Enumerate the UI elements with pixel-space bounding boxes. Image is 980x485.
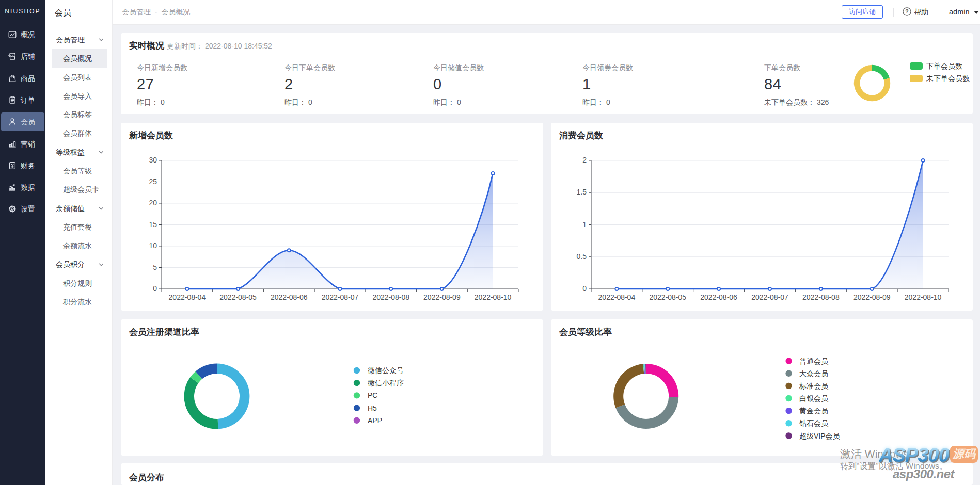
svg-text:2022-08-04: 2022-08-04 [598, 293, 636, 301]
svg-text:2022-08-04: 2022-08-04 [169, 293, 206, 301]
svg-text:普通会员: 普通会员 [799, 357, 829, 365]
svg-text:0.5: 0.5 [577, 252, 587, 261]
svg-text:1.5: 1.5 [577, 188, 587, 196]
svg-text:10: 10 [149, 241, 157, 250]
svg-text:2022-08-10: 2022-08-10 [475, 293, 512, 301]
svg-text:白银会员: 白银会员 [799, 394, 829, 402]
svg-text:2022-08-05: 2022-08-05 [649, 293, 686, 301]
svg-text:30: 30 [149, 156, 157, 164]
svg-text:2022-08-07: 2022-08-07 [751, 293, 788, 301]
svg-text:2: 2 [582, 156, 587, 164]
svg-text:H5: H5 [368, 404, 377, 412]
svg-text:PC: PC [368, 391, 377, 399]
svg-text:1: 1 [582, 220, 587, 229]
svg-text:0: 0 [153, 284, 157, 293]
svg-text:5: 5 [153, 263, 157, 271]
svg-text:微信公众号: 微信公众号 [368, 366, 404, 375]
svg-text:2022-08-07: 2022-08-07 [322, 293, 359, 301]
svg-text:超级VIP会员: 超级VIP会员 [799, 432, 841, 440]
svg-text:钻石会员: 钻石会员 [799, 419, 829, 427]
svg-text:黄金会员: 黄金会员 [799, 407, 829, 415]
svg-text:APP: APP [368, 416, 382, 425]
svg-text:25: 25 [149, 177, 157, 186]
svg-text:2022-08-09: 2022-08-09 [853, 293, 891, 301]
svg-text:2022-08-06: 2022-08-06 [700, 293, 737, 301]
svg-text:大众会员: 大众会员 [799, 369, 829, 378]
svg-text:?: ? [905, 8, 908, 14]
svg-text:2022-08-06: 2022-08-06 [271, 293, 308, 301]
svg-text:2022-08-05: 2022-08-05 [219, 293, 257, 301]
svg-text:2022-08-08: 2022-08-08 [802, 293, 840, 301]
svg-text:20: 20 [149, 199, 157, 207]
svg-text:0: 0 [582, 284, 587, 293]
svg-text:2022-08-08: 2022-08-08 [372, 293, 409, 301]
svg-text:标准会员: 标准会员 [799, 382, 829, 390]
svg-text:2022-08-09: 2022-08-09 [423, 293, 461, 301]
svg-text:2022-08-10: 2022-08-10 [905, 293, 942, 301]
svg-text:微信小程序: 微信小程序 [368, 379, 404, 387]
svg-text:15: 15 [149, 220, 157, 229]
